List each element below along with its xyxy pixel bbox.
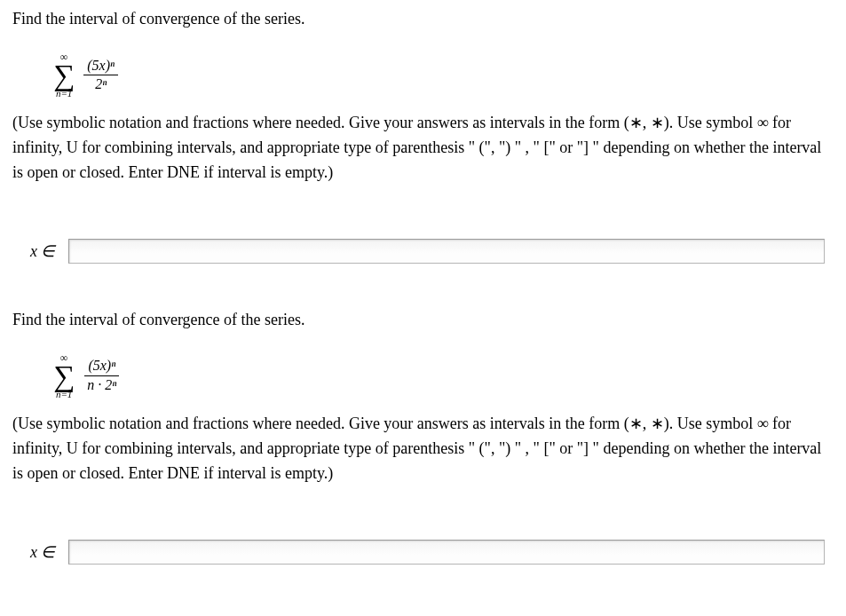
sigma-lower-1: n=1 bbox=[56, 89, 72, 99]
sigma-icon: ∑ bbox=[53, 60, 75, 91]
sigma-icon: ∑ bbox=[53, 361, 75, 391]
fraction-1-numerator: (5x)ⁿ bbox=[83, 58, 118, 75]
question-1-answer-input[interactable] bbox=[68, 239, 826, 264]
question-2-answer-label: x ∈ bbox=[30, 542, 56, 562]
fraction-2-numerator: (5x)ⁿ bbox=[84, 358, 119, 375]
question-2-formula: ∞ ∑ n=1 (5x)ⁿ n · 2ⁿ bbox=[53, 347, 834, 399]
page: Find the interval of convergence of the … bbox=[0, 0, 846, 582]
fraction-1-denominator: 2ⁿ bbox=[91, 75, 110, 92]
question-1-answer-row: x ∈ bbox=[30, 239, 834, 264]
question-1-instructions: (Use symbolic notation and fractions whe… bbox=[12, 111, 834, 186]
fraction-2: (5x)ⁿ n · 2ⁿ bbox=[83, 358, 120, 393]
fraction-2-denominator: n · 2ⁿ bbox=[83, 376, 120, 393]
question-2-answer-input[interactable] bbox=[68, 540, 826, 565]
summation-1: ∞ ∑ n=1 (5x)ⁿ 2ⁿ bbox=[53, 51, 118, 99]
question-1: Find the interval of convergence of the … bbox=[12, 7, 834, 264]
question-1-formula: ∞ ∑ n=1 (5x)ⁿ 2ⁿ bbox=[53, 46, 834, 99]
sigma-column-2: ∞ ∑ n=1 bbox=[53, 352, 75, 399]
question-2-prompt: Find the interval of convergence of the … bbox=[12, 308, 834, 331]
sigma-lower-2: n=1 bbox=[56, 390, 72, 399]
question-1-prompt: Find the interval of convergence of the … bbox=[12, 7, 834, 30]
question-2: Find the interval of convergence of the … bbox=[12, 308, 834, 565]
fraction-1: (5x)ⁿ 2ⁿ bbox=[83, 58, 118, 93]
sigma-column-1: ∞ ∑ n=1 bbox=[53, 51, 75, 99]
question-1-answer-label: x ∈ bbox=[30, 241, 56, 261]
question-2-instructions: (Use symbolic notation and fractions whe… bbox=[12, 412, 834, 486]
summation-2: ∞ ∑ n=1 (5x)ⁿ n · 2ⁿ bbox=[53, 352, 120, 399]
question-2-answer-row: x ∈ bbox=[30, 540, 834, 565]
